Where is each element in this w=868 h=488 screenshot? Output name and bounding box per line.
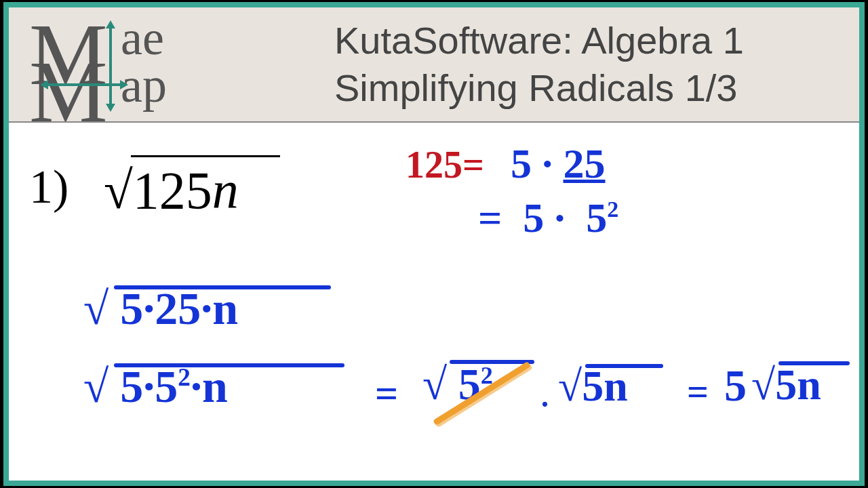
final-radical-symbol: √ <box>751 360 775 410</box>
final-radical: √5n <box>751 360 821 410</box>
problem-radical-vinculum <box>131 155 280 157</box>
problem-number: 1) <box>29 160 68 214</box>
step2-eq1: = <box>375 370 398 417</box>
maemap-logo: M M ae ap <box>9 17 294 112</box>
final-5n: 5n <box>775 361 821 409</box>
final-coef: 5 <box>724 360 747 411</box>
mid-5n: 5n <box>582 362 628 410</box>
factor-25: 25 <box>564 140 606 186</box>
problem-radicand: 125 <box>133 161 212 220</box>
factor2-5b: 5 <box>586 195 607 241</box>
factor2-exp: 2 <box>607 197 618 222</box>
step1-radical-symbol: √ <box>83 282 108 336</box>
step2-b: ·n <box>191 361 228 412</box>
problem-variable: n <box>212 161 239 220</box>
mid-rad1: √ 52 <box>422 359 493 410</box>
mid-dot: · <box>541 387 549 422</box>
step2-a: 5·5 <box>120 361 178 412</box>
factor-lhs: 125= <box>406 143 484 186</box>
mid-rad2: √5n <box>558 361 628 411</box>
slide: M M ae ap KutaSoftware: Algebra 1 Simpli… <box>3 2 865 486</box>
step1-radical: √ 5·25·n <box>83 282 238 336</box>
slide-title: KutaSoftware: Algebra 1 Simplifying Radi… <box>294 17 859 112</box>
step2-exp: 2 <box>178 363 191 391</box>
radical-symbol: √ <box>104 161 133 220</box>
step2-eq2: = <box>687 370 709 413</box>
mid-radical-symbol-1: √ <box>422 359 447 410</box>
factor2-eq: = <box>478 195 502 241</box>
title-line-2: Simplifying Radicals 1/3 <box>334 64 846 112</box>
factor-125: 125 <box>406 144 462 186</box>
title-line-1: KutaSoftware: Algebra 1 <box>334 17 846 64</box>
factor2-dot: · <box>555 195 566 241</box>
factor-line2: = 5 · 52 <box>478 194 618 242</box>
factor2-5a: 5 <box>523 195 544 241</box>
step2-radical: √ 5·52·n <box>83 360 228 413</box>
step1-radicand: 5·25·n <box>120 283 238 334</box>
factor-eq: = <box>462 144 484 186</box>
mid-radical-symbol-2: √ <box>558 361 582 411</box>
factor-dot: · <box>542 140 553 186</box>
step2-radical-symbol: √ <box>83 360 108 413</box>
slide-header: M M ae ap KutaSoftware: Algebra 1 Simpli… <box>9 7 859 123</box>
slide-content: 1) √125n 125= 5 · 25 = 5 · 52 √ 5·25·n <box>9 123 859 481</box>
logo-arrow-vertical <box>109 27 112 105</box>
factor-5: 5 <box>511 140 532 186</box>
factor-rhs: 5 · 25 <box>511 140 606 188</box>
problem-expression: √125n <box>104 160 239 221</box>
